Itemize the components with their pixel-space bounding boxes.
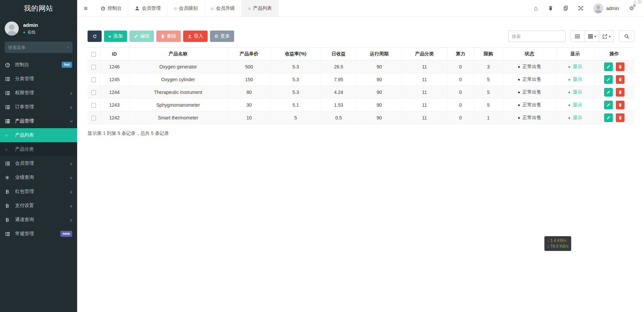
row-checkbox[interactable] (91, 77, 96, 82)
trash-icon (618, 103, 622, 107)
export-button[interactable]: ▾ (599, 31, 614, 42)
sidebar-item-general-mgmt[interactable]: 常规管理 new (0, 227, 77, 241)
sidebar-menu: 控制台 hot 分类管理 权限管理 ‹ 订单管理 ‹ 产品管理 ‹ ○ 产品列表 (0, 58, 77, 241)
edit-button[interactable] (604, 75, 613, 84)
cell-cycle: 90 (357, 99, 402, 111)
sidebar-item-product-mgmt[interactable]: 产品管理 ‹ (0, 114, 77, 128)
delete-button[interactable] (616, 75, 625, 84)
col-header-status[interactable]: 状态 (503, 48, 556, 60)
caret-down-icon: ▾ (594, 35, 596, 38)
col-header-name[interactable]: 产品名称 (129, 48, 227, 60)
status-text: 正常出售 (523, 64, 541, 70)
detail-view-button[interactable] (570, 31, 585, 42)
refresh-button[interactable] (88, 31, 102, 42)
col-header-display[interactable]: 显示 (556, 48, 594, 60)
settings-gears-icon[interactable]: ⚙ ⚙ (629, 5, 634, 11)
delete-button[interactable] (616, 88, 625, 97)
edit-button[interactable] (604, 88, 613, 97)
sidebar-item-product-list[interactable]: ○ 产品列表 (0, 128, 77, 142)
cell-limit: 5 (474, 99, 503, 111)
columns-button[interactable]: ▾ (585, 31, 599, 42)
col-header-power[interactable]: 算力 (447, 48, 474, 60)
sidebar-toggle-button[interactable]: ≡ (77, 0, 94, 16)
table-row: 1242 Smart thermometer 10 5 0.5 90 11 0 … (88, 111, 634, 124)
row-checkbox[interactable] (91, 90, 96, 95)
chevron-left-icon: ‹ (70, 203, 72, 209)
cell-rate: 5.3 (271, 73, 321, 86)
col-header-ops[interactable]: 操作 (594, 48, 634, 60)
more-button[interactable]: ⚙ 更多 (210, 31, 234, 42)
import-button[interactable]: 导入 (183, 31, 208, 42)
display-toggle[interactable]: 显示 (573, 89, 582, 95)
sidebar-item-category-mgmt[interactable]: 分类管理 (0, 72, 77, 86)
product-table: ID 产品名称 产品单价 收益率(%) 日收益 运行周期 产品分类 算力 限购 … (88, 47, 634, 124)
trash-icon[interactable] (548, 6, 553, 11)
cell-daily: 7.95 (321, 73, 357, 86)
add-button[interactable]: + 添加 (104, 31, 127, 42)
table-toolbar: + 添加 编辑 删除 导入 ⚙ 更多 (88, 31, 634, 42)
display-toggle[interactable]: 显示 (573, 115, 582, 121)
refresh-icon (93, 34, 97, 39)
row-checkbox[interactable] (91, 65, 96, 69)
sidebar-item-permission-mgmt[interactable]: 权限管理 ‹ (0, 86, 77, 100)
list-icon (5, 105, 12, 110)
col-header-id[interactable]: ID (100, 48, 129, 60)
col-header-cycle[interactable]: 运行周期 (357, 48, 402, 60)
col-header-category[interactable]: 产品分类 (402, 48, 447, 60)
col-header-limit[interactable]: 限购 (474, 48, 503, 60)
cell-id: 1243 (100, 99, 129, 111)
app-logo[interactable]: 我的网站 (0, 0, 77, 17)
delete-button[interactable] (616, 101, 625, 109)
display-toggle[interactable]: 显示 (573, 76, 582, 83)
pencil-icon (134, 34, 138, 39)
sidebar-item-member-mgmt[interactable]: 会员管理 ‹ (0, 156, 77, 170)
delete-button-disabled[interactable]: 删除 (156, 31, 181, 42)
fullscreen-icon[interactable] (578, 6, 583, 11)
tab-product-list[interactable]: ○ 产品列表 (241, 0, 278, 16)
sidebar-search-input[interactable] (8, 45, 67, 50)
sidebar-item-payment-settings[interactable]: 支付设置 ‹ (0, 199, 77, 213)
edit-button[interactable] (604, 113, 613, 122)
sidebar-item-performance-query[interactable]: 业绩查询 ‹ (0, 170, 77, 185)
display-toggle[interactable]: 显示 (573, 64, 582, 70)
col-header-rate[interactable]: 收益率(%) (271, 48, 321, 60)
copy-icon[interactable] (563, 6, 568, 11)
columns-grid-icon (588, 34, 593, 39)
sidebar-item-product-category[interactable]: ○ 产品分类 (0, 142, 77, 156)
row-checkbox[interactable] (91, 116, 96, 120)
sidebar-item-order-mgmt[interactable]: 订单管理 ‹ (0, 100, 77, 114)
sidebar-item-label: 会员管理 (15, 160, 34, 166)
cell-rate: 5.1 (271, 99, 321, 111)
edit-button[interactable] (604, 101, 613, 109)
col-header-price[interactable]: 产品单价 (227, 48, 271, 60)
sidebar-item-label: 通道查询 (15, 217, 34, 223)
sidebar-item-dashboard[interactable]: 控制台 hot (0, 58, 77, 72)
cell-power: 0 (447, 99, 474, 111)
tab-member-level[interactable]: ○ 会员级别 (167, 0, 204, 16)
cell-price: 150 (227, 73, 271, 86)
cell-name: Oxygen generator (129, 60, 227, 73)
cell-daily: 26.5 (321, 60, 357, 73)
col-header-daily[interactable]: 日收益 (321, 48, 357, 60)
home-icon[interactable]: ⌂ (534, 5, 538, 12)
product-submenu: ○ 产品列表 ○ 产品分类 (0, 128, 77, 156)
delete-button[interactable] (616, 113, 625, 122)
edit-button[interactable] (604, 62, 613, 71)
cell-cycle: 90 (357, 73, 402, 86)
row-checkbox[interactable] (91, 103, 96, 108)
tab-member-upgrade[interactable]: ○ 会员升级 (205, 0, 241, 16)
upload-arrow-icon: ↑ (547, 238, 549, 243)
sidebar-item-channel-query[interactable]: 通道查询 ‹ (0, 213, 77, 227)
display-toggle[interactable]: 显示 (573, 102, 582, 108)
sidebar-item-redpacket-mgmt[interactable]: 红包管理 ‹ (0, 185, 77, 199)
select-all-checkbox[interactable] (91, 52, 96, 57)
user-menu[interactable]: admin (593, 3, 619, 13)
delete-button[interactable] (616, 62, 625, 71)
tab-dashboard[interactable]: 控制台 (94, 0, 128, 16)
tab-member-mgmt[interactable]: 会员管理 (128, 0, 167, 16)
edit-button-disabled[interactable]: 编辑 (129, 31, 154, 42)
search-button[interactable] (619, 31, 634, 42)
tab-label: 会员管理 (142, 5, 161, 11)
table-search-input[interactable] (508, 31, 566, 42)
trash-icon (618, 65, 622, 69)
